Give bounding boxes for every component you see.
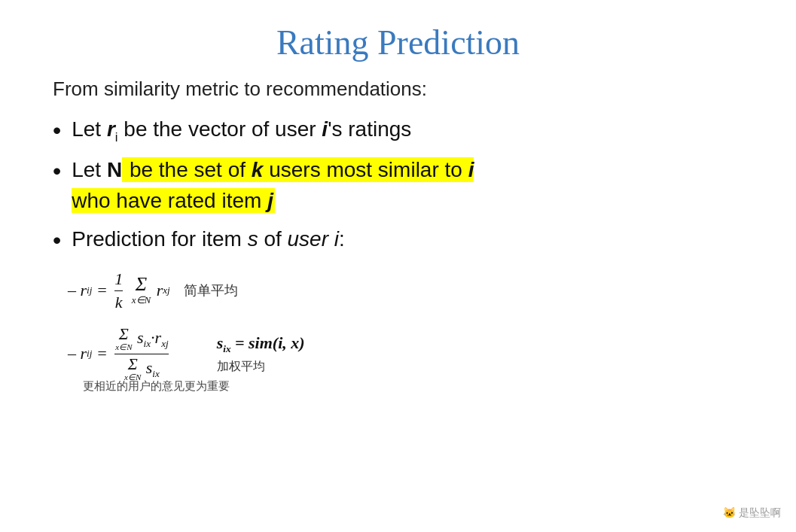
page-title: Rating Prediction bbox=[45, 23, 751, 62]
watermark-text: 🐱 是坠坠啊 bbox=[723, 506, 781, 520]
N-bold: N bbox=[107, 158, 122, 181]
formula1-note: 简单平均 bbox=[184, 281, 238, 299]
i-bold: i bbox=[322, 117, 328, 141]
formula2-block: – rij = Σ x∈N six·rxj bbox=[68, 326, 751, 394]
sigma1-bottom: x∈N bbox=[132, 294, 151, 306]
bullet1-text: Let ri be the vector of user i's ratings bbox=[72, 114, 751, 147]
slide: Rating Prediction From similarity metric… bbox=[0, 0, 796, 532]
bullet3-text: Prediction for item s of user i: bbox=[72, 224, 751, 255]
highlighted-text: be the set of k users most similar to iw… bbox=[72, 157, 474, 213]
formula2-side-eq: six = sim(i, x) bbox=[217, 333, 305, 355]
r-sub-i: i bbox=[115, 130, 118, 144]
list-item: • Prediction for item s of user i: bbox=[45, 224, 751, 257]
watermark: 🐱 是坠坠啊 bbox=[723, 506, 781, 520]
sigma1-symbol: Σ bbox=[136, 275, 147, 294]
bullet-dot: • bbox=[53, 154, 61, 188]
fraction-denominator: k bbox=[115, 291, 123, 312]
sigma2-num-symbol: Σ bbox=[119, 326, 129, 342]
subtitle-text: From similarity metric to recommendation… bbox=[45, 78, 751, 101]
formula2-math: – rij = Σ x∈N six·rxj bbox=[68, 326, 172, 382]
r-italic-bold: r bbox=[107, 117, 115, 141]
fraction-numerator: 1 bbox=[114, 269, 123, 291]
fraction-weighted: Σ x∈N six·rxj Σ x∈N six bbox=[114, 326, 168, 382]
fraction-den-weighted: Σ x∈N six bbox=[124, 354, 160, 382]
formula2-note2: 更相近的用户的意见更为重要 bbox=[83, 379, 230, 392]
bullet-list: • Let ri be the vector of user i's ratin… bbox=[45, 114, 751, 257]
formula1-row: – rij = 1 k Σ x∈N rxj 简单平均 bbox=[68, 269, 751, 312]
bullet-dot: • bbox=[53, 223, 61, 257]
formula1-block: – rij = 1 k Σ x∈N rxj 简单平均 bbox=[68, 269, 751, 312]
formula2-note2-container: 更相近的用户的意见更为重要 bbox=[68, 379, 751, 394]
sigma1-container: Σ x∈N bbox=[132, 275, 151, 306]
formula2-row: – rij = Σ x∈N six·rxj bbox=[68, 326, 751, 382]
fraction-num-weighted: Σ x∈N six·rxj bbox=[114, 326, 168, 354]
sigma2-den-symbol: Σ bbox=[128, 356, 138, 372]
formula1-math: – rij = 1 k Σ x∈N rxj bbox=[68, 269, 170, 312]
formulas-section: – rij = 1 k Σ x∈N rxj 简单平均 bbox=[45, 269, 751, 394]
i-italic-bold: i bbox=[468, 158, 474, 181]
list-item: • Let ri be the vector of user i's ratin… bbox=[45, 114, 751, 147]
list-item: • Let N be the set of k users most simil… bbox=[45, 155, 751, 216]
formula2-note1: 加权平均 bbox=[217, 359, 305, 375]
sigma2-num-bottom: x∈N bbox=[115, 342, 132, 352]
fraction-1k: 1 k bbox=[114, 269, 123, 312]
bullet-dot: • bbox=[53, 113, 61, 147]
bullet2-text: Let N be the set of k users most similar… bbox=[72, 155, 751, 216]
sigma2-den: Σ x∈N bbox=[124, 356, 141, 382]
k-italic-bold: k bbox=[252, 158, 264, 181]
j-italic-bold: j bbox=[267, 189, 273, 212]
sigma2-num: Σ x∈N bbox=[115, 326, 132, 352]
formula2-side: six = sim(i, x) 加权平均 bbox=[217, 333, 305, 374]
